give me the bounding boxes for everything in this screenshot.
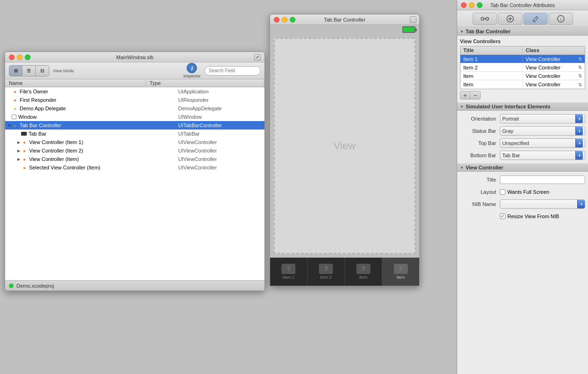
tab-bar-type: UITabBar — [178, 131, 263, 137]
tc-close-button[interactable] — [274, 17, 279, 23]
view-btn-column[interactable]: ☰ — [23, 66, 36, 76]
info-tool-button[interactable]: i — [549, 13, 573, 25]
tc-minimize-button[interactable] — [282, 17, 287, 23]
sim-section: Orientation Portrait ▾ Status Bar Gray ▾… — [457, 111, 588, 163]
top-bar-label: Top Bar — [460, 140, 500, 146]
status-bar-label: Status Bar — [460, 128, 500, 134]
tab-item-4[interactable]: ? Item — [382, 258, 419, 286]
view-btn-list[interactable]: ⊞ — [9, 66, 23, 76]
tab-bar-label: Tab Bar — [29, 131, 178, 137]
vc3-label: View Controller (Item) — [29, 156, 178, 162]
resize-view-label: Resize View From NIB — [507, 214, 559, 219]
list-item[interactable]: ● First Responder UIResponder — [5, 96, 264, 104]
tab-icon-1: ? — [281, 264, 295, 274]
view-btn-icon[interactable]: ⊟ — [36, 66, 49, 76]
connections-icon — [481, 15, 489, 23]
list-item[interactable]: ▶ ● View Controller (Item 1) UIViewContr… — [5, 138, 264, 146]
add-tool-button[interactable] — [498, 13, 522, 25]
svg-point-0 — [481, 17, 484, 20]
list-item[interactable]: ▶ ● View Controller (Item) UIViewControl… — [5, 155, 264, 163]
vc-arrows[interactable]: ⇅ — [578, 56, 582, 61]
list-item[interactable]: ▶ ● View Controller (Item 2) UIViewContr… — [5, 146, 264, 155]
maximize-button[interactable] — [25, 54, 30, 60]
resize-view-checkbox[interactable] — [500, 214, 505, 219]
list-item[interactable]: ● File's Owner UIApplication — [5, 87, 264, 96]
vc-row[interactable]: Item View Controller ⇅ — [460, 80, 585, 89]
vc-cell-title: Item 1 — [460, 55, 523, 63]
section-triangle: ▼ — [460, 30, 464, 34]
wants-fullscreen-checkbox[interactable] — [500, 189, 505, 195]
attr-close-button[interactable] — [461, 2, 467, 8]
sim-section-header: ▼ Simulated User Interface Elements — [457, 102, 588, 111]
row-triangle — [7, 107, 12, 111]
vc-arrows[interactable]: ⇅ — [578, 82, 582, 87]
row-triangle-open[interactable]: ▼ — [7, 123, 12, 128]
attributes-panel: Tab Bar Controller Attributes — [457, 0, 588, 374]
type-column-header: Type — [146, 79, 264, 87]
window-resize-button[interactable]: ⤢ — [254, 54, 261, 61]
search-input[interactable] — [204, 66, 261, 76]
first-responder-label: First Responder — [20, 97, 178, 103]
vc1-type: UIViewController — [178, 139, 263, 145]
list-item[interactable]: ● Selected View Controller (Item) UIView… — [5, 163, 264, 172]
tc-maximize-button[interactable] — [290, 17, 295, 23]
nib-name-dropdown[interactable]: ▾ — [500, 199, 585, 209]
vc-row[interactable]: Item 1 View Controller ⇅ — [460, 55, 585, 63]
view-label: View — [333, 140, 355, 152]
row-triangle[interactable]: ▶ — [16, 149, 21, 153]
vc-arrows[interactable]: ⇅ — [578, 65, 582, 70]
sim-section-triangle: ▼ — [460, 105, 464, 109]
attr-minimize-button[interactable] — [469, 2, 475, 8]
orientation-dropdown-arrow: ▾ — [575, 114, 583, 123]
row-triangle — [16, 166, 21, 170]
remove-vc-button[interactable]: − — [470, 91, 481, 99]
tab-controller-window: Tab Bar Controller View ? Item 1 ? Item … — [270, 14, 420, 286]
list-item[interactable]: Window UIWindow — [5, 113, 264, 121]
add-icon — [506, 15, 514, 23]
tab-bar-controller-type: UITabBarController — [178, 122, 263, 128]
tab-bar-controller-section-header: ▼ Tab Bar Controller — [457, 27, 588, 36]
tab-item-1[interactable]: ? Item 1 — [270, 258, 308, 286]
attr-toolbar: i — [457, 10, 588, 27]
nib-name-label: NIB Name — [460, 201, 500, 207]
status-bar-row: Status Bar Gray ▾ — [460, 126, 585, 136]
tab-icon-2: ? — [319, 264, 333, 274]
top-bar-dropdown[interactable]: Unspecified ▾ — [500, 138, 585, 148]
pencil-tool-button[interactable] — [523, 13, 548, 25]
nib-name-row: NIB Name ▾ — [460, 199, 585, 209]
status-bar: Demo.xcodeproj — [5, 280, 264, 290]
orientation-dropdown[interactable]: Portrait ▾ — [500, 114, 585, 123]
main-toolbar: ⊞ ☰ ⊟ View Mode i Inspector — [5, 62, 264, 79]
top-bar-value: Unspecified — [502, 140, 529, 146]
vc4-icon: ● — [21, 164, 28, 171]
vc-row[interactable]: Item View Controller ⇅ — [460, 72, 585, 80]
attr-maximize-button[interactable] — [477, 2, 482, 8]
minimize-button[interactable] — [17, 54, 23, 60]
tab-item-3[interactable]: ? Item — [345, 258, 383, 286]
vc-row[interactable]: Item 2 View Controller ⇅ — [460, 63, 585, 72]
bottom-bar-label: Bottom Bar — [460, 153, 500, 158]
row-triangle[interactable]: ▶ — [16, 140, 21, 145]
vc1-icon: ● — [21, 139, 28, 145]
list-item[interactable]: ● Demo App Delegate DemoAppDelegate — [5, 104, 264, 113]
tc-resize-button[interactable] — [410, 16, 416, 23]
list-item[interactable]: Tab Bar UITabBar — [5, 130, 264, 138]
list-item-tab-bar-controller[interactable]: ▼ ● Tab Bar Controller UITabBarControlle… — [5, 121, 264, 130]
status-bar-dropdown-arrow: ▾ — [575, 127, 583, 135]
connections-tool-button[interactable] — [473, 13, 497, 25]
close-button[interactable] — [9, 54, 15, 60]
resize-row: Resize View From NIB — [500, 211, 585, 221]
tab-item-2[interactable]: ? Item 2 — [308, 258, 345, 286]
tab-bar-controller-section-label: Tab Bar Controller — [466, 29, 511, 34]
vc-title-input[interactable] — [500, 176, 585, 184]
main-window: MainWindow.xib ⤢ ⊞ ☰ ⊟ View Mode i Inspe… — [5, 52, 265, 291]
inspector-button[interactable]: i Inspector — [183, 63, 201, 78]
vc-arrows[interactable]: ⇅ — [578, 73, 582, 78]
row-triangle — [7, 132, 12, 136]
status-bar-dropdown[interactable]: Gray ▾ — [500, 126, 585, 136]
row-triangle[interactable]: ▶ — [16, 157, 21, 161]
add-vc-button[interactable]: + — [460, 91, 470, 99]
bottom-bar-dropdown[interactable]: Tab Bar ▾ — [500, 151, 585, 160]
vc-class-header: Class — [523, 46, 585, 54]
row-triangle — [7, 90, 12, 94]
